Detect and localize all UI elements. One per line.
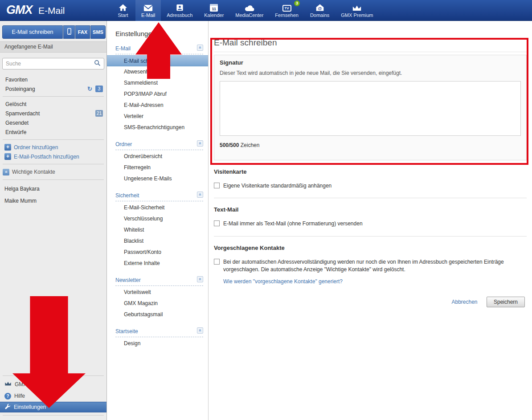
premium-benefits-item[interactable]: GMX Premium-Vorteile bbox=[0, 379, 106, 390]
settings-item-pop3-imap[interactable]: POP3/IMAP Abruf bbox=[107, 89, 208, 100]
nav-item-kalender[interactable]: 11 Kalender bbox=[198, 0, 229, 21]
signature-panel: Signatur Dieser Text wird automatisch in… bbox=[214, 55, 527, 160]
top-nav-items: Start E-Mail Adressbuch 11 Kalender Medi… bbox=[110, 0, 379, 21]
collapse-icon[interactable] bbox=[3, 169, 9, 175]
how-generated-link[interactable]: Wie werden "vorgeschlagene Kontakte" gen… bbox=[223, 278, 343, 285]
help-item[interactable]: Hilfe bbox=[0, 390, 106, 402]
section-title: Sicherheit bbox=[115, 192, 139, 199]
search-icon[interactable] bbox=[94, 60, 101, 68]
nav-item-start[interactable]: Start bbox=[110, 0, 135, 21]
collapse-icon[interactable] bbox=[197, 192, 203, 198]
settings-item-vorteilswelt[interactable]: Vorteilswelt bbox=[107, 287, 208, 298]
add-folder-link[interactable]: Ordner hinzufügen bbox=[0, 143, 106, 152]
settings-item-ungelesene-emails[interactable]: Ungelesene E-Mails bbox=[107, 173, 208, 184]
collapse-icon[interactable] bbox=[197, 327, 203, 334]
settings-item-filterregeln[interactable]: Filterregeln bbox=[107, 162, 208, 173]
add-mailbox-link[interactable]: E-Mail-Postfach hinzufügen bbox=[0, 152, 106, 161]
wrench-icon bbox=[4, 404, 11, 411]
settings-item-sammeldienst[interactable]: Sammeldienst bbox=[107, 77, 208, 89]
counter-value: 500/500 bbox=[220, 142, 239, 148]
folder-favoriten[interactable]: Favoriten bbox=[0, 75, 106, 84]
settings-item-passwort-konto[interactable]: Passwort/Konto bbox=[107, 247, 208, 258]
settings-content-panel: E-Mail schreiben Signatur Dieser Text wi… bbox=[209, 21, 532, 420]
vorgeschlagene-kontakte-checkbox[interactable] bbox=[214, 259, 220, 265]
folder-posteingang[interactable]: Posteingang 3 bbox=[0, 84, 106, 94]
page-title: E-Mail schreiben bbox=[214, 38, 527, 52]
compose-email-button[interactable]: E-Mail schreiben bbox=[2, 25, 63, 39]
settings-item-gmx-magazin[interactable]: GMX Magazin bbox=[107, 298, 208, 309]
nav-label: GMX Premium bbox=[341, 12, 373, 18]
phone-icon bbox=[67, 28, 71, 37]
textmail-option: E-Mail immer als Text-Mail (ohne Formati… bbox=[214, 220, 527, 228]
settings-item-externe-inhalte[interactable]: Externe Inhalte bbox=[107, 258, 208, 269]
nav-item-adressbuch[interactable]: Adressbuch bbox=[161, 0, 198, 21]
section-header-sicherheit[interactable]: Sicherheit bbox=[115, 192, 203, 201]
settings-item-verschluesselung[interactable]: Verschlüsselung bbox=[107, 213, 208, 224]
search-input[interactable] bbox=[6, 61, 94, 67]
section-header-newsletter[interactable]: Newsletter bbox=[115, 277, 203, 286]
folder-geloescht[interactable]: Gelöscht bbox=[0, 99, 106, 109]
tv-icon: TV bbox=[282, 3, 291, 12]
refresh-icon[interactable] bbox=[87, 86, 92, 92]
phone-button[interactable] bbox=[63, 25, 75, 39]
settings-item-email-schreiben[interactable]: E-Mail schreiben bbox=[107, 55, 208, 66]
contact-item[interactable]: Helga Baykara bbox=[0, 183, 106, 195]
sms-button[interactable]: SMS bbox=[90, 25, 106, 39]
cancel-button[interactable]: Abbrechen bbox=[451, 299, 477, 305]
folder-spamverdacht[interactable]: Spamverdacht 21 bbox=[0, 109, 106, 118]
character-counter: 500/500 Zeichen bbox=[220, 142, 521, 148]
gmx-logo[interactable]: GMX E-Mail bbox=[6, 3, 65, 17]
divider bbox=[3, 375, 104, 376]
settings-item-design[interactable]: Design bbox=[107, 338, 208, 349]
settings-item-ordneruebersicht[interactable]: Ordnerübersicht bbox=[107, 151, 208, 162]
signature-textarea[interactable] bbox=[220, 81, 521, 136]
settings-menu: Einstellungen E-Mail E-Mail schreiben Ab… bbox=[107, 21, 209, 420]
draft-email-item[interactable]: Angefangene E-Mail bbox=[0, 41, 106, 53]
settings-item-verteiler[interactable]: Verteiler bbox=[107, 111, 208, 122]
nav-item-gmx-premium[interactable]: GMX Premium bbox=[335, 0, 379, 21]
textmail-checkbox[interactable] bbox=[214, 220, 220, 226]
settings-item-sms-benachrichtigungen[interactable]: SMS-Benachrichtigungen bbox=[107, 122, 208, 133]
collapse-icon[interactable] bbox=[197, 45, 203, 51]
section-header-ordner[interactable]: Ordner bbox=[115, 141, 203, 150]
settings-item-whitelist[interactable]: Whitelist bbox=[107, 224, 208, 236]
settings-item-abwesenheitsnotiz[interactable]: Abwesenheitsnotiz bbox=[107, 66, 208, 77]
settings-section-sicherheit: Sicherheit E-Mail-Sicherheit Verschlüsse… bbox=[107, 192, 208, 269]
settings-menu-title: Einstellungen bbox=[115, 30, 208, 37]
save-button[interactable]: Speichern bbox=[487, 297, 525, 307]
address-book-icon bbox=[176, 3, 184, 12]
at-house-icon: @ bbox=[315, 3, 324, 12]
section-header-email[interactable]: E-Mail bbox=[115, 45, 203, 54]
product-name: E-Mail bbox=[38, 5, 65, 16]
folder-label: Gesendet bbox=[5, 120, 103, 126]
crown-icon bbox=[352, 3, 362, 12]
fax-button[interactable]: FAX bbox=[75, 25, 90, 39]
folder-entwuerfe[interactable]: Entwürfe bbox=[0, 127, 106, 137]
visitenkarte-checkbox[interactable] bbox=[214, 183, 220, 188]
nav-item-fernsehen[interactable]: 3 TV Fernsehen bbox=[269, 0, 304, 21]
nav-item-domains[interactable]: @ Domains bbox=[304, 0, 335, 21]
settings-item-email-adressen[interactable]: E-Mail-Adressen bbox=[107, 100, 208, 111]
section-title: Newsletter bbox=[115, 277, 141, 283]
nav-label: Kalender bbox=[204, 12, 224, 18]
collapse-icon[interactable] bbox=[197, 276, 203, 282]
section-title: E-Mail bbox=[115, 45, 131, 52]
sidebar-settings-item[interactable]: Einstellungen bbox=[0, 402, 106, 412]
contact-item[interactable]: Maike Mumm bbox=[0, 195, 106, 207]
vorgeschlagene-kontakte-option: Bei der automatischen Adressvervollständ… bbox=[214, 258, 527, 274]
settings-item-email-sicherheit[interactable]: E-Mail-Sicherheit bbox=[107, 202, 208, 213]
nav-item-mediacenter[interactable]: MediaCenter bbox=[229, 0, 269, 21]
folder-gesendet[interactable]: Gesendet bbox=[0, 118, 106, 127]
nav-label: E-Mail bbox=[141, 12, 155, 18]
visitenkarte-heading: Visitenkarte bbox=[214, 168, 527, 175]
settings-item-blacklist[interactable]: Blacklist bbox=[107, 236, 208, 247]
section-header-startseite[interactable]: Startseite bbox=[115, 328, 203, 337]
collapse-icon[interactable] bbox=[197, 140, 203, 147]
nav-label: Adressbuch bbox=[167, 12, 192, 18]
nav-label: Domains bbox=[310, 12, 329, 18]
contact-name: Helga Baykara bbox=[4, 186, 40, 192]
settings-section-startseite: Startseite Design bbox=[107, 328, 208, 349]
section-title: Ordner bbox=[115, 141, 132, 147]
nav-item-email[interactable]: E-Mail bbox=[135, 0, 161, 21]
settings-item-geburtstagsmail[interactable]: Geburtstagsmail bbox=[107, 309, 208, 320]
